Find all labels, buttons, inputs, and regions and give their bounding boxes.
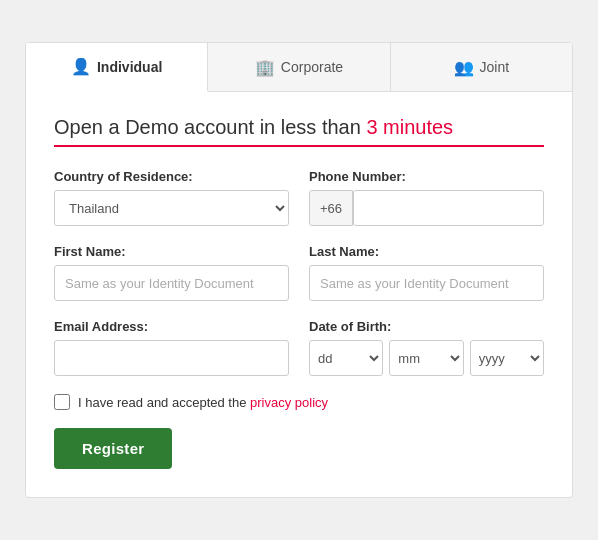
registration-card: 👤 Individual 🏢 Corporate 👥 Joint Open a … [25,42,573,498]
dob-year-select[interactable]: yyyy [470,340,544,376]
joint-icon: 👥 [454,58,474,77]
dob-day-select[interactable]: dd [309,340,383,376]
corporate-icon: 🏢 [255,58,275,77]
dob-group: Date of Birth: dd mm yyyy [309,319,544,376]
phone-group: Phone Number: +66 [309,169,544,226]
privacy-policy-link[interactable]: privacy policy [250,395,328,410]
dob-label: Date of Birth: [309,319,544,334]
form-title: Open a Demo account in less than 3 minut… [54,116,544,139]
individual-icon: 👤 [71,57,91,76]
last-name-group: Last Name: [309,244,544,301]
first-name-group: First Name: [54,244,289,301]
country-group: Country of Residence: Thailand USA UK Si… [54,169,289,226]
tab-individual[interactable]: 👤 Individual [26,43,208,92]
tab-bar: 👤 Individual 🏢 Corporate 👥 Joint [26,43,572,92]
phone-prefix: +66 [309,190,353,226]
register-button[interactable]: Register [54,428,172,469]
row-name: First Name: Last Name: [54,244,544,301]
last-name-label: Last Name: [309,244,544,259]
first-name-input[interactable] [54,265,289,301]
phone-input-group: +66 [309,190,544,226]
phone-input[interactable] [353,190,544,226]
title-underline [54,145,544,147]
tab-joint[interactable]: 👥 Joint [391,43,572,91]
tab-joint-label: Joint [480,59,510,75]
first-name-label: First Name: [54,244,289,259]
row-email-dob: Email Address: Date of Birth: dd mm yyyy [54,319,544,376]
last-name-input[interactable] [309,265,544,301]
dob-selects: dd mm yyyy [309,340,544,376]
privacy-label: I have read and accepted the privacy pol… [78,395,328,410]
form-area: Open a Demo account in less than 3 minut… [26,92,572,497]
tab-corporate[interactable]: 🏢 Corporate [208,43,390,91]
tab-corporate-label: Corporate [281,59,343,75]
privacy-checkbox-row: I have read and accepted the privacy pol… [54,394,544,410]
country-select[interactable]: Thailand USA UK Singapore Australia [54,190,289,226]
email-input[interactable] [54,340,289,376]
phone-label: Phone Number: [309,169,544,184]
email-group: Email Address: [54,319,289,376]
tab-individual-label: Individual [97,59,162,75]
dob-month-select[interactable]: mm [389,340,463,376]
row-country-phone: Country of Residence: Thailand USA UK Si… [54,169,544,226]
privacy-checkbox[interactable] [54,394,70,410]
email-label: Email Address: [54,319,289,334]
country-label: Country of Residence: [54,169,289,184]
